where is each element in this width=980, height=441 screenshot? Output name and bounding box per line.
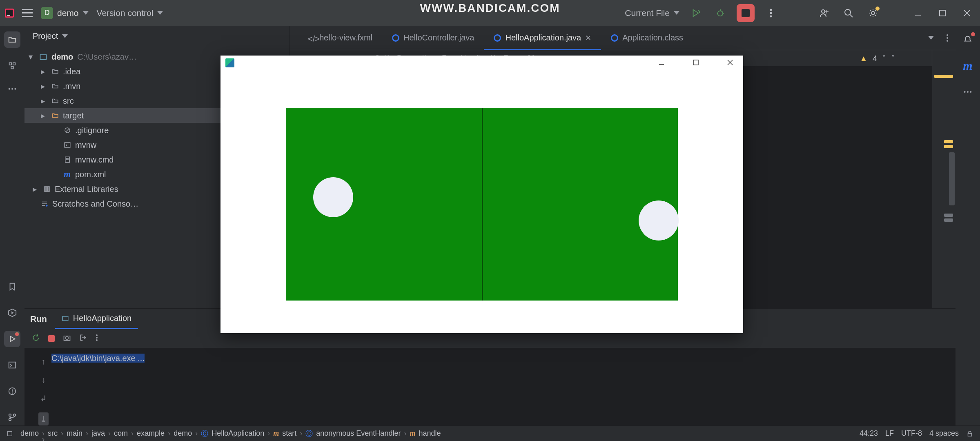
tree-root-path: C:\Users\azav… [77,52,137,62]
more-right-tools-button[interactable] [960,84,976,100]
field-center-line [482,108,483,301]
next-highlight-icon[interactable]: ˅ [891,53,895,63]
warning-circle-icon [8,387,17,396]
maven-tool-button[interactable]: m [960,58,976,74]
breadcrumb-segment[interactable]: demo [174,429,192,438]
running-app-window[interactable] [220,56,743,333]
console-output[interactable]: ↑ ↓ ↲ ⤓ › C:\java\jdk\bin\java.exe ... [24,348,956,425]
ball-right [639,200,679,241]
window-minimize-button[interactable] [910,5,926,21]
readonly-lock-icon[interactable] [966,430,973,437]
stop-button[interactable] [737,4,755,22]
editor-tab[interactable]: HelloController.java [382,26,484,50]
indent-setting[interactable]: 4 spaces [929,429,959,438]
maven-icon: m [64,169,71,180]
breadcrumb-segment[interactable]: src [48,429,58,438]
stop-process-button[interactable] [48,335,55,342]
breadcrumb-segment[interactable]: main [67,429,82,438]
tree-label: pom.xml [75,170,106,179]
notifications-button[interactable] [960,31,976,48]
breadcrumb-segment[interactable]: anonymous EventHandler [316,429,401,438]
more-actions-button[interactable] [763,5,779,21]
settings-button[interactable] [865,5,881,21]
expand-icon[interactable]: ▸ [33,184,39,194]
expand-icon[interactable]: ▸ [41,111,47,120]
tree-label: mvnw.cmd [75,155,114,165]
svg-rect-44 [47,187,48,192]
scroll-down-icon[interactable]: ↓ [41,375,45,385]
close-icon [963,9,971,17]
services-tool-button[interactable] [4,305,20,321]
run-button[interactable] [688,5,704,21]
app-maximize-button[interactable] [687,57,705,68]
expand-icon[interactable]: ▸ [41,81,47,91]
debug-button[interactable] [712,5,728,21]
editor-tab[interactable]: Application.class [601,26,693,50]
tabs-dropdown-button[interactable] [923,30,939,46]
collab-button[interactable] [816,5,832,21]
svg-rect-20 [9,63,12,65]
structure-tool-button[interactable] [4,58,20,74]
breadcrumb-segment[interactable]: HelloApplication [212,429,264,438]
close-tab-icon[interactable]: ✕ [585,33,591,42]
run-config-selector[interactable]: Current File [625,8,679,18]
expand-icon[interactable]: ▾ [29,52,35,62]
svg-rect-45 [48,187,49,192]
more-tools-button[interactable] [4,84,20,100]
breadcrumb[interactable]: demo› src› main› java› com› example› dem… [20,429,852,439]
game-field[interactable] [286,108,678,301]
project-tool-button[interactable] [4,31,20,48]
hamburger-menu-icon[interactable] [22,9,33,17]
breadcrumb-segment[interactable]: com [114,429,128,438]
play-icon [8,334,17,343]
expand-icon[interactable]: ▸ [41,67,47,76]
breadcrumb-segment[interactable]: handle [419,429,441,438]
app-close-button[interactable] [721,57,739,68]
breadcrumb-segment[interactable]: example [137,429,165,438]
file-encoding[interactable]: UTF-8 [901,429,922,438]
exit-button[interactable] [79,334,87,343]
caret-position[interactable]: 44:23 [860,429,878,438]
editor-error-stripe[interactable] [932,50,956,308]
terminal-tool-button[interactable] [4,357,20,373]
search-everywhere-button[interactable] [840,5,857,21]
git-tool-button[interactable] [4,409,20,425]
rerun-button[interactable] [32,334,40,343]
left-tool-strip [0,26,24,425]
crumb-separator-icon: › [61,429,63,438]
tab-label: HelloApplication.java [505,33,581,42]
bug-icon [716,9,725,18]
inspections-widget[interactable]: ▲ 4 ˄ ˅ [860,53,895,63]
breadcrumb-segment[interactable]: start [282,429,296,438]
bookmarks-tool-button[interactable] [4,278,20,295]
run-tab[interactable]: HelloApplication [55,309,138,329]
run-tool-button[interactable] [4,331,20,347]
problems-tool-button[interactable] [4,383,20,399]
hex-play-icon [8,308,17,317]
svg-point-49 [46,205,48,207]
tabs-more-button[interactable] [939,30,956,46]
snapshot-button[interactable] [63,334,71,343]
scroll-to-end-icon[interactable]: ⤓ [38,412,49,425]
run-toolbar-more[interactable] [96,334,98,343]
project-selector[interactable]: D demo [41,7,89,19]
window-maximize-button[interactable] [934,5,951,21]
app-minimize-button[interactable] [653,57,670,68]
editor-tab[interactable]: </> hello-view.fxml [298,26,382,50]
warning-count: 4 [873,54,877,63]
svg-line-38 [66,129,69,132]
vcs-selector[interactable]: Version control [97,8,163,18]
editor-tab-active[interactable]: HelloApplication.java ✕ [484,26,601,50]
project-panel-header[interactable]: Project [24,26,290,46]
window-close-button[interactable] [959,5,975,21]
editor-scrollbar-thumb[interactable] [949,152,955,205]
breadcrumb-segment[interactable]: demo [20,429,39,438]
line-separator[interactable]: LF [885,429,894,438]
softwrap-icon[interactable]: ↲ [40,394,47,403]
nav-home-icon[interactable] [7,430,13,437]
prev-highlight-icon[interactable]: ˄ [882,53,886,63]
scroll-up-icon[interactable]: ↑ [41,357,45,366]
app-window-titlebar[interactable] [220,56,743,69]
breadcrumb-segment[interactable]: java [91,429,105,438]
expand-icon[interactable]: ▸ [41,96,47,106]
